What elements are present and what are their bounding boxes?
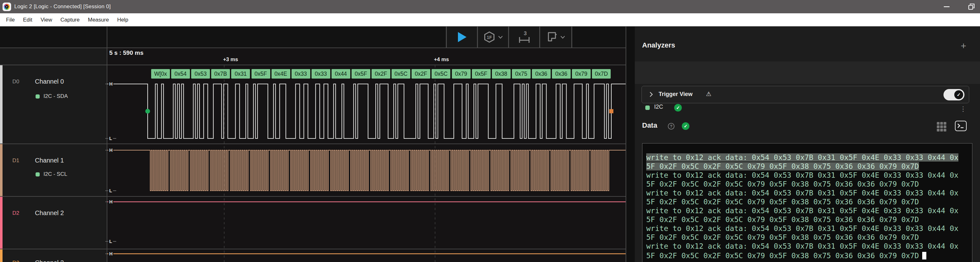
i2c-data-frame: 0x31: [231, 69, 250, 79]
i2c-data-frame: 0x2F: [412, 69, 430, 79]
terminal-line[interactable]: write to 0x12 ack data: 0x54 0x53 0x7B 0…: [646, 224, 969, 233]
data-ok-icon: ✓: [682, 122, 689, 130]
terminal-line[interactable]: write to 0x12 ack data: 0x54 0x53 0x7B 0…: [646, 171, 969, 180]
channel-color-strip: [0, 65, 3, 144]
terminal-cursor: [922, 252, 926, 259]
minimize-button[interactable]: [943, 3, 951, 11]
trigger-view-row[interactable]: Trigger View ⚠ ✓: [641, 86, 969, 103]
help-icon[interactable]: ?: [668, 123, 675, 129]
restore-icon: [967, 3, 975, 11]
channel-name: Channel 1: [35, 157, 64, 164]
menu-item-help[interactable]: Help: [113, 13, 132, 26]
i2c-data-frame: 0x53: [191, 69, 210, 79]
terminal-line[interactable]: write to 0x12 ack data: 0x54 0x53 0x7B 0…: [646, 153, 969, 162]
terminal-line[interactable]: 5F 0x2F 0x5C 0x2F 0x5C 0x79 0x5F 0x38 0x…: [646, 180, 969, 188]
channel-analyzer-label: I2C - SDA: [43, 93, 68, 99]
i2c-data-frame: 0x38: [492, 69, 511, 79]
i2c-data-frame: 0x5F: [472, 69, 491, 79]
terminal-line[interactable]: 5F 0x2F 0x5C 0x2F 0x5C 0x79 0x5F 0x38 0x…: [646, 251, 969, 260]
channel-row-border: [0, 65, 635, 65]
analyzer-row-i2c[interactable]: I2C ✓ ⋮: [635, 62, 980, 84]
terminal-text: 5F 0x2F 0x5C 0x2F 0x5C 0x79 0x5F 0x38 0x…: [646, 180, 919, 188]
terminal-text: 5F 0x2F 0x5C 0x2F 0x5C 0x79 0x5F 0x38 0x…: [646, 233, 919, 241]
menu-item-view[interactable]: View: [37, 13, 57, 26]
window-title: Logic 2 [Logic - Connected] [Session 0]: [14, 3, 111, 10]
i2c-data-frame: 0x33: [291, 69, 310, 79]
analyzer-dot-icon: [35, 95, 40, 98]
channel-color-strip: [0, 196, 3, 249]
window-controls: [943, 0, 975, 13]
i2c-address-frame: W[0x: [151, 69, 170, 79]
waveform-canvas[interactable]: [0, 27, 635, 262]
i2c-data-frame: 0x5C: [391, 69, 410, 79]
app-logo-icon: [3, 3, 11, 11]
analyzer-ok-icon: ✓: [674, 104, 682, 112]
terminal-line[interactable]: 5F 0x2F 0x5C 0x2F 0x5C 0x79 0x5F 0x38 0x…: [646, 162, 969, 171]
terminal-text: write to 0x12 ack data: 0x54 0x53 0x7B 0…: [646, 242, 958, 250]
channel-row-border: [0, 196, 635, 197]
menu-item-edit[interactable]: Edit: [19, 13, 36, 26]
analyzer-name: I2C: [654, 104, 663, 110]
i2c-data-frame: 0x36: [532, 69, 550, 79]
table-view-button[interactable]: [936, 122, 947, 132]
i2c-data-frame: 0x7D: [592, 69, 611, 79]
i2c-data-frame: 0x2F: [372, 69, 390, 79]
high-level-marker: H: [108, 251, 113, 257]
i2c-data-frame: 0x79: [572, 69, 591, 79]
low-level-marker: L: [108, 238, 113, 244]
menu-item-file[interactable]: File: [2, 13, 19, 26]
menu-item-capture[interactable]: Capture: [56, 13, 84, 26]
restore-button[interactable]: [967, 3, 975, 11]
terminal-line[interactable]: 5F 0x2F 0x5C 0x2F 0x5C 0x79 0x5F 0x38 0x…: [646, 215, 969, 224]
analyzer-dot-icon: [35, 172, 40, 177]
menu-bar: FileEditViewCaptureMeasureHelp: [0, 13, 980, 27]
channel-color-strip: [0, 249, 3, 262]
capture-area[interactable]: 1F 3 5 s : 590 ms +3 ms+4 ms D0Channel 0: [0, 27, 635, 262]
terminal-text: 5F 0x2F 0x5C 0x2F 0x5C 0x79 0x5F 0x38 0x…: [646, 162, 919, 170]
label-waveform-divider[interactable]: [107, 27, 107, 262]
terminal-line[interactable]: write to 0x12 ack data: 0x54 0x53 0x7B 0…: [646, 206, 969, 215]
terminal-line[interactable]: 5F 0x2F 0x5C 0x2F 0x5C 0x79 0x5F 0x38 0x…: [646, 197, 969, 206]
i2c-start-marker: [145, 109, 150, 114]
waveform-scroll-gutter[interactable]: [625, 27, 635, 262]
i2c-data-frame: 0x79: [452, 69, 471, 79]
channel-name: Channel 2: [35, 209, 64, 217]
channel-id: D1: [13, 158, 19, 164]
analyzers-heading: Analyzers: [642, 41, 675, 49]
chevron-right-icon: [649, 92, 653, 97]
terminal-view-button[interactable]: [955, 121, 967, 131]
i2c-data-frame: 0x54: [171, 69, 190, 79]
channel-color-strip: [0, 144, 3, 196]
menu-item-measure[interactable]: Measure: [84, 13, 113, 26]
low-level-marker: L: [108, 136, 113, 141]
sda-waveform: [107, 84, 625, 139]
data-terminal[interactable]: write to 0x12 ack data: 0x54 0x53 0x7B 0…: [642, 143, 972, 262]
terminal-text: 5F 0x2F 0x5C 0x2F 0x5C 0x79 0x5F 0x38 0x…: [646, 198, 919, 206]
channel-row-border: [0, 249, 635, 249]
i2c-data-frame: 0x4E: [272, 69, 290, 79]
terminal-line[interactable]: write to 0x12 ack data: 0x54 0x53 0x7B 0…: [646, 188, 969, 197]
trigger-view-toggle[interactable]: ✓: [943, 89, 964, 100]
terminal-line[interactable]: write to 0x12 ack data: 0x54 0x53 0x7B 0…: [646, 242, 969, 251]
add-analyzer-button[interactable]: +: [958, 41, 969, 51]
channel-name: Channel 3: [35, 259, 64, 262]
data-heading: Data: [642, 122, 657, 129]
channel-analyzer-tag: I2C - SCL: [35, 171, 67, 177]
terminal-text: write to 0x12 ack data: 0x54 0x53 0x7B 0…: [646, 207, 958, 215]
low-level-marker: L: [108, 188, 113, 194]
i2c-data-frame: 0x36: [552, 69, 571, 79]
i2c-data-frame: 0x7B: [211, 69, 230, 79]
channel-id: D0: [13, 79, 19, 85]
channel-id: D2: [13, 210, 19, 216]
terminal-line[interactable]: 5F 0x2F 0x5C 0x2F 0x5C 0x79 0x5F 0x38 0x…: [646, 233, 969, 242]
channel-row-border: [0, 144, 635, 144]
i2c-data-frame: 0x75: [512, 69, 531, 79]
channel-analyzer-tag: I2C - SDA: [35, 93, 68, 99]
analyzer-options-button[interactable]: ⋮: [959, 104, 967, 114]
terminal-text: write to 0x12 ack data: 0x54 0x53 0x7B 0…: [646, 189, 958, 197]
logo-pupil: [6, 6, 7, 7]
terminal-text: 5F 0x2F 0x5C 0x2F 0x5C 0x79 0x5F 0x38 0x…: [646, 251, 919, 260]
grid-icon: [936, 122, 947, 132]
warning-icon: ⚠: [706, 90, 711, 98]
toggle-check-icon: ✓: [954, 90, 963, 99]
